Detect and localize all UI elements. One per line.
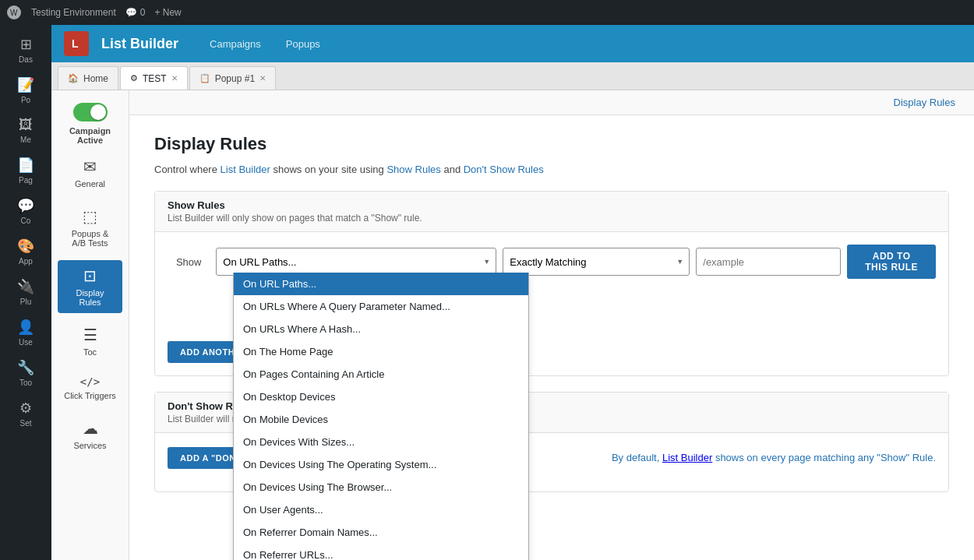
plugin-header: L List Builder Campaigns Popups [51, 25, 974, 62]
appearance-icon: 🎨 [17, 238, 34, 255]
campaign-active-label: Campaign Active [58, 126, 122, 145]
dropdown-item-hash[interactable]: On URLs Where A Hash... [234, 318, 528, 340]
popup1-tab-icon: 📋 [199, 73, 210, 83]
campaign-active-toggle[interactable] [73, 103, 108, 122]
side-panel-display-rules[interactable]: ⊡ Display Rules [58, 260, 122, 313]
plugin-title: List Builder [101, 36, 178, 52]
comments-link[interactable]: 💬 0 [125, 7, 146, 18]
dropdown-item-desktop[interactable]: On Desktop Devices [234, 386, 528, 408]
media-icon: 🖼 [19, 117, 33, 133]
match-select-wrapper: Exactly Matching [503, 248, 690, 276]
test-tab-icon: ⚙ [130, 73, 138, 83]
breadcrumb-bar: Display Rules [129, 90, 974, 115]
tools-icon: 🔧 [17, 359, 34, 376]
site-name[interactable]: Testing Environment [31, 7, 116, 18]
breadcrumb-link[interactable]: Display Rules [894, 97, 955, 108]
desc-listbuilder-link[interactable]: List Builder [221, 164, 270, 175]
sidebar-item-dashboard[interactable]: ⊞ Das [0, 31, 51, 69]
dropdown-item-device-sizes[interactable]: On Devices With Sizes... [234, 431, 528, 453]
services-icon: ☁ [83, 419, 98, 438]
show-rules-header: Show Rules List Builder will only show o… [155, 192, 948, 232]
new-content[interactable]: + New [154, 7, 181, 18]
popup1-tab-close[interactable]: ✕ [259, 74, 266, 83]
sidebar-item-tools[interactable]: 🔧 Too [0, 354, 51, 392]
url-input[interactable] [696, 248, 841, 276]
tab-test[interactable]: ⚙ TEST ✕ [120, 66, 188, 90]
topbar: W Testing Environment 💬 0 + New [0, 0, 974, 25]
toc-icon: ☰ [83, 326, 97, 344]
dropdown-item-query-param[interactable]: On URLs Where A Query Parameter Named... [234, 295, 528, 318]
url-paths-select[interactable]: On URL Paths... [216, 248, 496, 276]
users-icon: 👤 [17, 319, 34, 336]
sidebar-item-settings[interactable]: ⚙ Set [0, 395, 51, 432]
desc-showrules-link[interactable]: Show Rules [386, 164, 440, 175]
sidebar-item-appearance[interactable]: 🎨 App [0, 233, 51, 270]
sidebar-item-comments[interactable]: 💬 Co [0, 192, 51, 230]
campaign-toggle-wrapper: Campaign Active [58, 103, 122, 145]
dropdown-item-browser[interactable]: On Devices Using The Browser... [234, 476, 528, 498]
test-tab-close[interactable]: ✕ [171, 74, 178, 83]
popups-ab-icon: ⬚ [83, 207, 97, 226]
content-area: Display Rules Display Rules Control wher… [129, 90, 974, 560]
content-inner: Display Rules Control where List Builder… [129, 115, 974, 527]
svg-text:W: W [10, 9, 18, 17]
dropdown-item-mobile[interactable]: On Mobile Devices [234, 408, 528, 431]
wp-sidebar: ⊞ Das 📝 Po 🖼 Me 📄 Pag 💬 Co 🎨 App 🔌 Plu � [0, 25, 51, 560]
plugin-nav: Campaigns Popups [197, 32, 333, 56]
dropdown-item-url-paths[interactable]: On URL Paths... [234, 273, 528, 295]
click-triggers-icon: </> [80, 375, 100, 388]
plugins-icon: 🔌 [17, 278, 34, 295]
nav-popups[interactable]: Popups [273, 32, 333, 56]
sidebar-item-posts[interactable]: 📝 Po [0, 72, 51, 109]
sidebar-item-plugins[interactable]: 🔌 Plu [0, 273, 51, 311]
dropdown-item-operating-system[interactable]: On Devices Using The Operating System... [234, 453, 528, 476]
wp-logo[interactable]: W [6, 5, 22, 20]
dont-show-listbuilder-link[interactable]: List Builder [662, 452, 712, 463]
side-panel-click-triggers[interactable]: </> Click Triggers [58, 369, 122, 407]
dropdown-item-referrer-domain[interactable]: On Referrer Domain Names... [234, 521, 528, 544]
dropdown-item-article[interactable]: On Pages Containing An Article [234, 363, 528, 386]
comment-icon: 💬 [125, 7, 137, 18]
svg-text:L: L [72, 37, 79, 50]
display-rules-icon: ⊡ [83, 266, 97, 285]
dropdown-item-referrer-urls[interactable]: On Referrer URLs... [234, 544, 528, 560]
settings-icon: ⚙ [19, 400, 32, 417]
sidebar-item-pages[interactable]: 📄 Pag [0, 152, 51, 189]
url-dropdown: On URL Paths... On URLs Where A Query Pa… [233, 273, 529, 560]
page-description: Control where List Builder shows on your… [154, 164, 949, 175]
show-rules-section: Show Rules List Builder will only show o… [154, 191, 949, 376]
side-panel-popups-ab[interactable]: ⬚ Popups & A/B Tests [58, 201, 122, 254]
tabs-bar: 🏠 Home ⚙ TEST ✕ 📋 Popup #1 ✕ [51, 62, 974, 90]
url-select-wrapper: On URL Paths... [216, 248, 496, 276]
show-rules-body: Show On URL Paths... Exactly Matching [155, 232, 948, 375]
add-to-rule-button[interactable]: ADD TO THIS RULE [847, 245, 936, 279]
comments-icon: 💬 [17, 197, 34, 214]
side-panel-toc[interactable]: ☰ Toc [58, 319, 122, 363]
posts-icon: 📝 [17, 76, 34, 93]
dropdown-item-home-page[interactable]: On The Home Page [234, 340, 528, 363]
desc-dontshow-link[interactable]: Don't Show Rules [464, 164, 544, 175]
show-rules-title: Show Rules [168, 199, 936, 211]
sidebar-item-media[interactable]: 🖼 Me [0, 112, 51, 149]
dropdown-item-user-agents[interactable]: On User Agents... [234, 498, 528, 521]
tab-popup1[interactable]: 📋 Popup #1 ✕ [189, 66, 276, 90]
exactly-matching-select[interactable]: Exactly Matching [503, 248, 690, 276]
default-text: By default, List Builder shows on every … [612, 446, 936, 470]
tab-home[interactable]: 🏠 Home [58, 66, 118, 90]
plugin-logo: L [64, 31, 89, 56]
side-panel: Campaign Active ✉ General ⬚ Popups & A/B… [51, 90, 129, 560]
main-split: Campaign Active ✉ General ⬚ Popups & A/B… [51, 90, 974, 560]
nav-campaigns[interactable]: Campaigns [197, 32, 273, 56]
side-panel-general[interactable]: ✉ General [58, 151, 122, 195]
pages-icon: 📄 [17, 157, 34, 174]
side-panel-services[interactable]: ☁ Services [58, 413, 122, 456]
dashboard-icon: ⊞ [20, 36, 32, 53]
page-title: Display Rules [154, 134, 949, 154]
general-icon: ✉ [83, 157, 97, 176]
show-rule-row: Show On URL Paths... Exactly Matching [168, 245, 936, 279]
sidebar-item-users[interactable]: 👤 Use [0, 314, 51, 351]
plugin-area: L List Builder Campaigns Popups 🏠 Home ⚙… [51, 25, 974, 560]
show-rules-desc: List Builder will only show on pages tha… [168, 213, 936, 224]
home-tab-icon: 🏠 [68, 73, 79, 83]
show-label: Show [168, 256, 210, 268]
